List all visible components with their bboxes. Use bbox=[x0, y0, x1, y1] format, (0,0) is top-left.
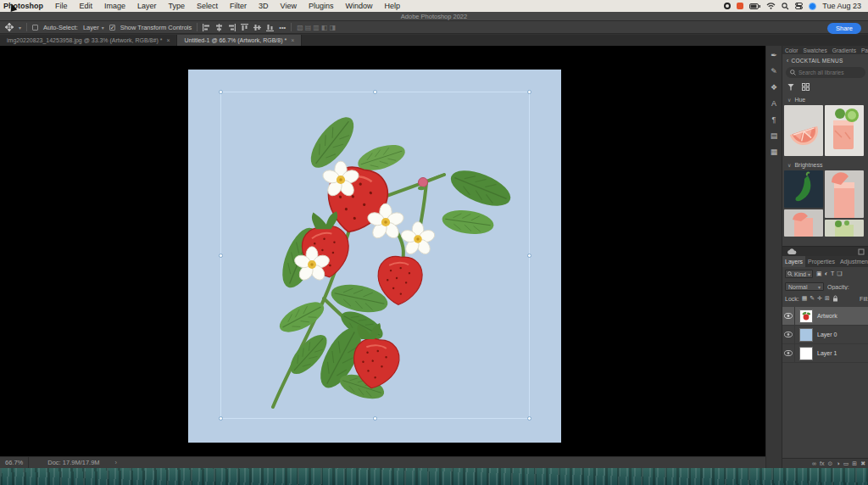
menu-edit[interactable]: Edit bbox=[74, 2, 99, 10]
record-icon[interactable] bbox=[724, 3, 731, 9]
share-button[interactable]: Share bbox=[827, 23, 861, 34]
layer-row-artwork[interactable]: Artwork bbox=[782, 307, 868, 326]
library-back-row[interactable]: ‹ COCKTAIL MENUS bbox=[782, 54, 868, 64]
tab-layers[interactable]: Layers bbox=[782, 256, 805, 267]
layer-thumbnail[interactable] bbox=[799, 328, 813, 342]
transform-handle-se[interactable] bbox=[527, 416, 531, 421]
filter-shape-icon[interactable]: ❏ bbox=[837, 270, 842, 277]
section-header-brightness[interactable]: ∨ Brightness bbox=[782, 156, 868, 170]
visibility-eye-icon[interactable] bbox=[782, 344, 795, 362]
wifi-icon[interactable] bbox=[766, 3, 776, 9]
filter-pixel-icon[interactable]: ▣ bbox=[816, 270, 822, 277]
panel-icon-b[interactable]: ▦ bbox=[771, 148, 778, 156]
asset-chili-pepper[interactable] bbox=[784, 170, 823, 208]
menu-window[interactable]: Window bbox=[340, 2, 379, 10]
status-expand-icon[interactable]: › bbox=[115, 459, 118, 466]
transform-handle-w[interactable] bbox=[219, 254, 223, 258]
battery-icon[interactable] bbox=[749, 3, 760, 9]
tab-gradients[interactable]: Gradients bbox=[830, 46, 859, 54]
tab-adjustments[interactable]: Adjustments bbox=[837, 256, 868, 267]
show-transform-checkbox[interactable]: ✓ bbox=[109, 25, 115, 31]
window-titlebar[interactable]: Adobe Photoshop 2022 bbox=[0, 12, 868, 21]
filter-kind-dropdown[interactable]: Kind ▾ bbox=[785, 270, 813, 278]
layer-thumbnail[interactable] bbox=[799, 347, 813, 360]
library-options-icon[interactable] bbox=[858, 248, 865, 255]
document-canvas[interactable] bbox=[188, 70, 561, 443]
brush-panel-icon[interactable]: ✎ bbox=[771, 67, 777, 75]
asset-pink-cocktail[interactable] bbox=[784, 209, 823, 237]
character-panel-icon[interactable]: A bbox=[771, 99, 776, 108]
shapes-panel-icon[interactable]: ❖ bbox=[771, 83, 777, 92]
menu-plugins[interactable]: Plugins bbox=[303, 2, 340, 10]
visibility-eye-icon[interactable] bbox=[782, 326, 795, 343]
transform-handle-nw[interactable] bbox=[219, 90, 223, 94]
lock-pixels-icon[interactable]: ✎ bbox=[810, 295, 815, 302]
section-header-hue[interactable]: ∨ Hue bbox=[782, 91, 868, 105]
align-right-icon[interactable] bbox=[228, 24, 236, 31]
menu-help[interactable]: Help bbox=[379, 2, 407, 10]
control-center-icon[interactable] bbox=[795, 3, 803, 9]
menu-filter[interactable]: Filter bbox=[224, 2, 253, 10]
library-search-input[interactable] bbox=[798, 70, 858, 75]
layer-thumbnail[interactable] bbox=[799, 309, 813, 323]
link-layers-icon[interactable]: ∞ bbox=[812, 460, 816, 466]
menu-file[interactable]: File bbox=[49, 2, 74, 10]
align-top-icon[interactable] bbox=[241, 24, 248, 31]
align-center-h-icon[interactable] bbox=[215, 24, 223, 31]
lock-transparency-icon[interactable]: ▦ bbox=[802, 295, 808, 302]
menu-3d[interactable]: 3D bbox=[253, 2, 275, 10]
close-icon[interactable]: × bbox=[166, 37, 170, 43]
filter-type-icon[interactable]: T bbox=[831, 270, 834, 277]
add-mask-icon[interactable]: ⊙ bbox=[828, 460, 833, 467]
lock-all-icon[interactable] bbox=[832, 295, 838, 302]
cloud-sync-icon[interactable] bbox=[787, 248, 797, 255]
document-tab-inactive[interactable]: img20220823_14253958.jpg @ 33.3% (Artwor… bbox=[0, 35, 177, 46]
new-group-icon[interactable]: ▭ bbox=[843, 460, 849, 467]
auto-select-checkbox[interactable] bbox=[32, 25, 38, 31]
tab-swatches[interactable]: Swatches bbox=[801, 46, 830, 54]
menubar-clock[interactable]: Tue Aug 23 bbox=[822, 2, 861, 10]
3d-mode-icons[interactable]: ▧▤▥◧◨ bbox=[297, 24, 337, 31]
document-tab-active[interactable]: Untitled-1 @ 66.7% (Artwork, RGB/8) * × bbox=[177, 35, 302, 46]
asset-cocktail-with-lime[interactable] bbox=[825, 105, 864, 156]
grid-view-icon[interactable] bbox=[802, 83, 810, 91]
menu-type[interactable]: Type bbox=[163, 2, 192, 10]
layer-style-fx-icon[interactable]: fx bbox=[820, 460, 824, 466]
align-more-icon[interactable]: ••• bbox=[279, 24, 286, 31]
search-icon[interactable] bbox=[782, 3, 789, 10]
close-icon[interactable]: × bbox=[291, 37, 294, 43]
blend-mode-dropdown[interactable]: Normal ▾ bbox=[785, 282, 824, 291]
browser-app-icon[interactable] bbox=[809, 3, 816, 10]
filter-adjustment-icon[interactable]: ◐ bbox=[825, 270, 828, 277]
asset-pink-cocktail-tall[interactable] bbox=[825, 170, 864, 218]
canvas-area[interactable] bbox=[0, 46, 765, 456]
tab-patterns[interactable]: Patterns bbox=[859, 46, 868, 54]
asset-grapefruit-slice[interactable] bbox=[784, 105, 823, 156]
paragraph-panel-icon[interactable]: ¶ bbox=[772, 115, 776, 124]
tab-color[interactable]: Color bbox=[782, 46, 801, 54]
transform-handle-n[interactable] bbox=[373, 90, 377, 94]
transform-handle-s[interactable] bbox=[373, 416, 377, 421]
delete-layer-icon[interactable]: ✖ bbox=[860, 460, 865, 467]
layer-row-layer1[interactable]: Layer 1 bbox=[782, 344, 868, 363]
tool-preset-chevron-icon[interactable]: ▾ bbox=[19, 25, 21, 31]
visibility-eye-icon[interactable] bbox=[782, 307, 795, 325]
menu-image[interactable]: Image bbox=[98, 2, 131, 10]
app-status-icon[interactable] bbox=[737, 3, 743, 9]
adjustment-layer-icon[interactable]: ◑ bbox=[836, 460, 839, 466]
move-tool-icon[interactable] bbox=[5, 23, 14, 31]
transform-handle-ne[interactable] bbox=[527, 90, 531, 94]
align-bottom-icon[interactable] bbox=[266, 24, 274, 31]
pen-panel-icon[interactable]: ✒ bbox=[771, 51, 777, 59]
auto-select-target-dropdown[interactable]: Layer ▾ bbox=[83, 24, 104, 31]
menu-select[interactable]: Select bbox=[191, 2, 224, 10]
library-search-box[interactable] bbox=[786, 67, 865, 78]
menu-view[interactable]: View bbox=[275, 2, 303, 10]
lock-artboard-icon[interactable]: ⊞ bbox=[825, 295, 830, 302]
lock-position-icon[interactable]: ✛ bbox=[817, 295, 822, 302]
menu-layer[interactable]: Layer bbox=[131, 2, 163, 10]
transform-handle-e[interactable] bbox=[527, 254, 531, 258]
new-layer-icon[interactable]: ⊞ bbox=[852, 460, 857, 467]
align-left-icon[interactable] bbox=[203, 24, 210, 31]
zoom-level-field[interactable]: 66.7% bbox=[0, 457, 29, 468]
